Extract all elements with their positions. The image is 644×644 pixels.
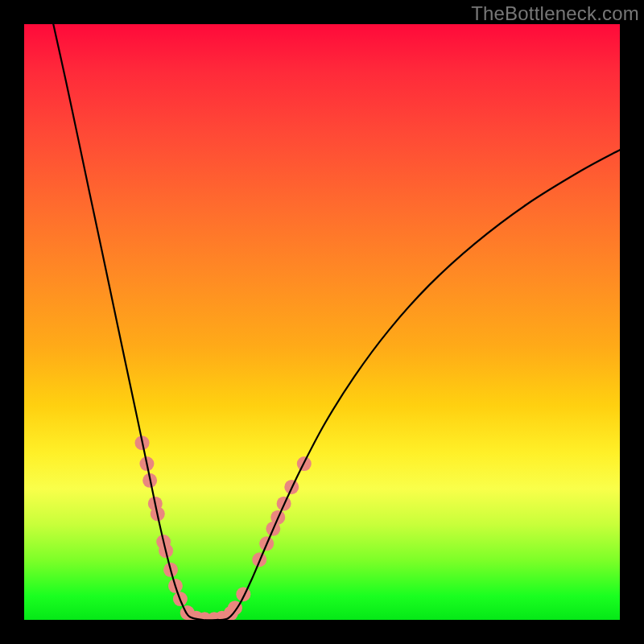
watermark-text: TheBottleneck.com bbox=[471, 2, 639, 25]
v-curve-line bbox=[53, 24, 620, 620]
scatter-dot bbox=[236, 587, 250, 601]
chart-stage: TheBottleneck.com bbox=[0, 0, 644, 644]
plot-area bbox=[24, 24, 620, 620]
chart-svg bbox=[24, 24, 620, 620]
scatter-points bbox=[135, 436, 312, 620]
